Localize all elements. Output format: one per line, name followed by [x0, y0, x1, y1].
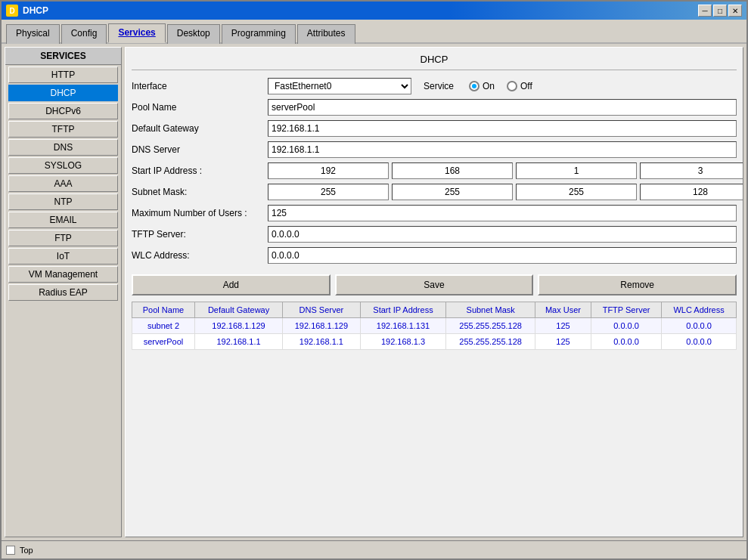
- add-button[interactable]: Add: [132, 274, 331, 295]
- table-cell-1-5: 125: [535, 334, 591, 350]
- tab-bar: Physical Config Services Desktop Program…: [2, 20, 746, 44]
- sidebar-item-tftp[interactable]: TFTP: [8, 121, 118, 138]
- dns-server-input[interactable]: [268, 141, 737, 158]
- col-wlc-address: WLC Address: [662, 302, 737, 318]
- interface-right: FastEthernet0 Service On Off: [268, 78, 532, 94]
- wlc-address-row: WLC Address:: [132, 247, 737, 264]
- subnet-label: Subnet Mask:: [132, 187, 268, 197]
- pool-name-row: Pool Name: [132, 99, 737, 116]
- table-cell-0-6: 0.0.0.0: [591, 318, 661, 334]
- sidebar-item-dhcpv6[interactable]: DHCPv6: [8, 103, 118, 119]
- button-row: Add Save Remove: [132, 274, 737, 295]
- table-cell-1-3: 192.168.1.3: [360, 334, 446, 350]
- wlc-address-input[interactable]: [268, 247, 737, 264]
- sidebar-item-vm-management[interactable]: VM Management: [8, 266, 118, 283]
- tab-config[interactable]: Config: [61, 24, 107, 44]
- sidebar-item-iot[interactable]: IoT: [8, 248, 118, 265]
- content-area: SERVICES HTTP DHCP DHCPv6 TFTP DNS SYSLO…: [2, 44, 746, 540]
- max-users-row: Maximum Number of Users :: [132, 205, 737, 221]
- sidebar-item-ntp[interactable]: NTP: [8, 193, 118, 210]
- start-ip-field-2[interactable]: [392, 162, 513, 179]
- max-users-label: Maximum Number of Users :: [132, 208, 268, 218]
- interface-select[interactable]: FastEthernet0: [268, 78, 411, 94]
- tftp-server-input[interactable]: [268, 226, 737, 243]
- col-start-ip: Start IP Address: [360, 302, 446, 318]
- subnet-row: Subnet Mask:: [132, 184, 737, 200]
- dns-server-label: DNS Server: [132, 144, 268, 155]
- tab-services[interactable]: Services: [108, 23, 165, 43]
- default-gateway-field: [268, 120, 737, 137]
- start-ip-fields: [268, 162, 743, 179]
- table-cell-0-4: 255.255.255.128: [446, 318, 535, 334]
- pool-name-input[interactable]: [268, 99, 737, 116]
- close-button[interactable]: ✕: [728, 5, 742, 17]
- radio-on-dot[interactable]: [469, 81, 480, 91]
- sidebar-item-email[interactable]: EMAIL: [8, 212, 118, 228]
- default-gateway-row: Default Gateway: [132, 120, 737, 137]
- subnet-field-1[interactable]: [268, 184, 389, 200]
- sidebar-item-syslog[interactable]: SYSLOG: [8, 157, 118, 174]
- col-dns-server: DNS Server: [283, 302, 361, 318]
- start-ip-row: Start IP Address :: [132, 162, 737, 179]
- data-table: Pool Name Default Gateway DNS Server Sta…: [132, 302, 737, 350]
- table-cell-0-5: 125: [535, 318, 591, 334]
- remove-button[interactable]: Remove: [538, 274, 737, 295]
- panel-title: DHCP: [132, 54, 737, 65]
- sidebar-item-aaa[interactable]: AAA: [8, 175, 118, 192]
- table-cell-1-4: 255.255.255.128: [446, 334, 535, 350]
- radio-off-dot[interactable]: [507, 81, 517, 91]
- window-title: DHCP: [23, 5, 48, 16]
- dns-server-row: DNS Server: [132, 141, 737, 158]
- table-header-row: Pool Name Default Gateway DNS Server Sta…: [132, 302, 737, 318]
- sidebar-item-http[interactable]: HTTP: [8, 67, 118, 83]
- tab-attributes[interactable]: Attributes: [297, 24, 355, 44]
- panel-divider: [132, 70, 737, 70]
- tab-programming[interactable]: Programming: [222, 24, 296, 44]
- max-users-field: [268, 205, 737, 221]
- col-subnet-mask: Subnet Mask: [446, 302, 535, 318]
- table-cell-1-7: 0.0.0.0: [662, 334, 737, 350]
- save-button[interactable]: Save: [335, 274, 534, 295]
- radio-on-label: On: [483, 81, 495, 91]
- tab-physical[interactable]: Physical: [6, 24, 60, 44]
- pool-name-label: Pool Name: [132, 102, 268, 113]
- start-ip-field-1[interactable]: [268, 162, 389, 179]
- sidebar-item-dhcp[interactable]: DHCP: [8, 85, 118, 101]
- radio-off[interactable]: Off: [507, 81, 532, 91]
- default-gateway-label: Default Gateway: [132, 123, 268, 134]
- title-bar-left: D DHCP: [6, 5, 48, 17]
- table-row[interactable]: serverPool192.168.1.1192.168.1.1192.168.…: [132, 334, 737, 350]
- table-cell-1-0: serverPool: [132, 334, 195, 350]
- radio-group: On Off: [469, 81, 532, 91]
- start-ip-field-3[interactable]: [516, 162, 637, 179]
- table-row[interactable]: subnet 2192.168.1.129192.168.1.129192.16…: [132, 318, 737, 334]
- table-cell-0-3: 192.168.1.131: [360, 318, 446, 334]
- wlc-address-field: [268, 247, 737, 264]
- tab-desktop[interactable]: Desktop: [167, 24, 220, 44]
- table-cell-1-2: 192.168.1.1: [283, 334, 361, 350]
- table-cell-0-7: 0.0.0.0: [662, 318, 737, 334]
- tftp-server-field: [268, 226, 737, 243]
- minimize-button[interactable]: ─: [698, 5, 712, 17]
- col-tftp-server: TFTP Server: [591, 302, 661, 318]
- start-ip-field-4[interactable]: [640, 162, 743, 179]
- sidebar-item-ftp[interactable]: FTP: [8, 230, 118, 246]
- sidebar-item-radius-eap[interactable]: Radius EAP: [8, 284, 118, 301]
- sidebar-scroll: HTTP DHCP DHCPv6 TFTP DNS SYSLOG AAA NTP…: [5, 65, 121, 537]
- table-cell-0-1: 192.168.1.129: [194, 318, 282, 334]
- service-label: Service: [424, 81, 454, 91]
- start-ip-label: Start IP Address :: [132, 166, 268, 176]
- subnet-field-3[interactable]: [516, 184, 637, 200]
- pool-name-field: [268, 99, 737, 116]
- subnet-field-4[interactable]: [640, 184, 743, 200]
- max-users-input[interactable]: [268, 205, 737, 221]
- maximize-button[interactable]: □: [713, 5, 727, 17]
- table-cell-1-1: 192.168.1.1: [194, 334, 282, 350]
- default-gateway-input[interactable]: [268, 120, 737, 137]
- top-checkbox[interactable]: [6, 546, 15, 555]
- app-icon: D: [6, 5, 18, 17]
- radio-on[interactable]: On: [469, 81, 495, 91]
- subnet-field-2[interactable]: [392, 184, 513, 200]
- sidebar-item-dns[interactable]: DNS: [8, 139, 118, 156]
- subnet-fields: [268, 184, 743, 200]
